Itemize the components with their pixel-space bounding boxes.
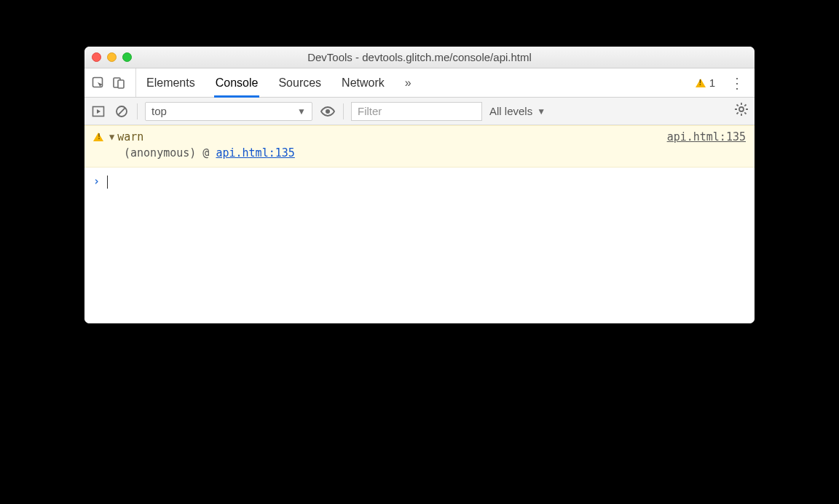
tab-network[interactable]: Network bbox=[342, 68, 385, 97]
warning-source-link[interactable]: api.html:135 bbox=[667, 130, 746, 143]
separator bbox=[343, 103, 344, 119]
execution-context-select[interactable]: top ▼ bbox=[145, 102, 312, 121]
svg-line-15 bbox=[744, 105, 746, 106]
svg-line-13 bbox=[744, 112, 746, 114]
minimize-window-button[interactable] bbox=[107, 52, 117, 62]
svg-line-12 bbox=[737, 105, 738, 106]
tab-console[interactable]: Console bbox=[216, 68, 259, 97]
device-toolbar-icon[interactable] bbox=[111, 75, 127, 91]
devtools-window: DevTools - devtools.glitch.me/console/ap… bbox=[84, 47, 755, 323]
window-bottom-spacer bbox=[84, 313, 755, 323]
warning-stack-row: (anonymous) @ api.html:135 bbox=[93, 146, 746, 160]
log-levels-label: All levels bbox=[489, 105, 532, 117]
main-tabs: Elements Console Sources Network » bbox=[146, 68, 411, 97]
svg-line-14 bbox=[737, 112, 738, 114]
warnings-badge[interactable]: 1 bbox=[696, 76, 715, 89]
zoom-window-button[interactable] bbox=[122, 52, 132, 62]
console-warning-message: ▼ warn api.html:135 (anonymous) @ api.ht… bbox=[84, 125, 755, 168]
tabs-overflow-button[interactable]: » bbox=[405, 68, 411, 97]
inspect-element-icon[interactable] bbox=[90, 75, 106, 91]
window-title: DevTools - devtools.glitch.me/console/ap… bbox=[84, 51, 755, 63]
tab-elements[interactable]: Elements bbox=[146, 68, 195, 97]
separator bbox=[137, 103, 138, 119]
svg-point-6 bbox=[326, 109, 330, 114]
toggle-sidebar-icon[interactable] bbox=[90, 103, 106, 119]
console-settings-icon[interactable] bbox=[734, 102, 749, 120]
tabstrip-right: 1 ⋮ bbox=[696, 74, 749, 92]
more-options-button[interactable]: ⋮ bbox=[725, 74, 749, 92]
titlebar: DevTools - devtools.glitch.me/console/ap… bbox=[84, 47, 755, 68]
traffic-lights bbox=[92, 52, 132, 62]
console-prompt[interactable]: › bbox=[84, 168, 755, 313]
text-cursor bbox=[107, 176, 108, 189]
svg-rect-2 bbox=[118, 80, 124, 88]
console-body: ▼ warn api.html:135 (anonymous) @ api.ht… bbox=[84, 125, 755, 313]
close-window-button[interactable] bbox=[92, 52, 101, 62]
prompt-caret-icon: › bbox=[93, 175, 100, 188]
warning-text: warn bbox=[117, 130, 143, 143]
warning-icon bbox=[93, 133, 103, 141]
log-levels-select[interactable]: All levels ▼ bbox=[489, 105, 545, 117]
clear-console-icon[interactable] bbox=[114, 103, 130, 119]
stack-frame-link[interactable]: api.html:135 bbox=[216, 146, 294, 160]
execution-context-value: top bbox=[151, 105, 167, 117]
warning-summary-row: ▼ warn api.html:135 bbox=[93, 130, 746, 143]
dropdown-caret-icon: ▼ bbox=[537, 106, 545, 117]
tabstrip: Elements Console Sources Network » 1 ⋮ bbox=[84, 68, 755, 98]
filter-input[interactable] bbox=[351, 102, 482, 121]
tab-sources[interactable]: Sources bbox=[278, 68, 321, 97]
warnings-count: 1 bbox=[709, 76, 715, 89]
dropdown-caret-icon: ▼ bbox=[297, 106, 306, 117]
warning-icon bbox=[696, 79, 706, 87]
svg-point-7 bbox=[739, 107, 744, 111]
stack-frame-prefix: (anonymous) @ bbox=[124, 146, 216, 160]
live-expression-icon[interactable] bbox=[320, 103, 336, 119]
console-toolbar: top ▼ All levels ▼ bbox=[84, 98, 755, 125]
disclosure-triangle[interactable]: ▼ bbox=[109, 132, 114, 142]
tabstrip-left-tools bbox=[90, 68, 136, 97]
svg-line-5 bbox=[118, 108, 125, 115]
